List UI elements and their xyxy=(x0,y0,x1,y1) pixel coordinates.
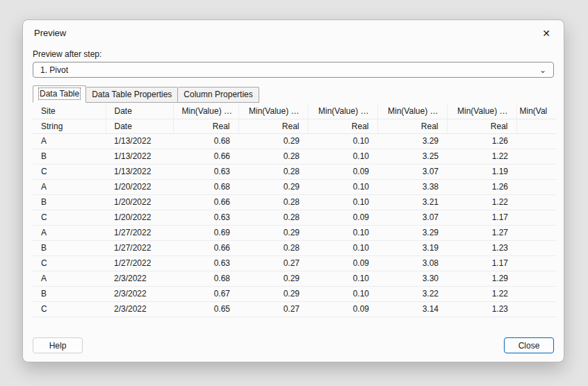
table-row[interactable]: C1/27/20220.630.270.093.081.17 xyxy=(33,255,557,271)
cell: 3.29 xyxy=(377,225,447,240)
table-row[interactable]: A1/27/20220.690.290.103.291.27 xyxy=(33,225,557,240)
cell: 0.65 xyxy=(173,301,238,317)
cell: 0.10 xyxy=(308,149,377,164)
cell: 0.28 xyxy=(238,164,308,179)
cell: 2/3/2022 xyxy=(106,271,173,286)
column-header: Min(Value) … xyxy=(447,104,516,119)
dialog-close-button[interactable]: ✕ xyxy=(536,25,557,42)
cell: C xyxy=(33,255,106,271)
table-row[interactable]: B1/13/20220.660.280.103.251.22 xyxy=(33,149,557,164)
cell: 0.28 xyxy=(238,194,308,210)
tab-data-table[interactable]: Data Table xyxy=(33,85,86,103)
tab-label: Data Table Properties xyxy=(92,90,172,99)
cell: 0.28 xyxy=(238,210,308,225)
cell: 3.30 xyxy=(377,271,447,286)
cell: 1/20/2022 xyxy=(106,194,173,210)
cell xyxy=(516,119,557,133)
cell: 3.29 xyxy=(377,133,447,149)
preview-dialog: Preview ✕ Preview after step: 1. Pivot ⌄… xyxy=(22,19,564,362)
cell: Real xyxy=(447,119,516,133)
cell: 0.10 xyxy=(308,179,377,194)
table-row[interactable]: B1/27/20220.660.280.103.191.23 xyxy=(33,240,557,255)
column-header: Min(Val xyxy=(516,104,557,119)
data-table-preview: SiteDateMin(Value) …Min(Value) …Min(Valu… xyxy=(33,104,557,317)
table-row[interactable]: A1/13/20220.680.290.103.291.26 xyxy=(33,133,557,149)
cell: 0.63 xyxy=(173,255,238,271)
cell xyxy=(516,301,557,317)
cell: Real xyxy=(308,119,377,133)
close-icon: ✕ xyxy=(542,28,550,39)
cell: 1/27/2022 xyxy=(106,255,173,271)
table-row[interactable]: A2/3/20220.680.290.103.301.29 xyxy=(33,271,557,286)
cell: 1/13/2022 xyxy=(106,133,173,149)
cell: String xyxy=(33,119,106,133)
cell: 0.27 xyxy=(238,301,308,317)
desktop-background: Preview ✕ Preview after step: 1. Pivot ⌄… xyxy=(0,0,588,386)
cell: 0.29 xyxy=(238,271,308,286)
data-table: SiteDateMin(Value) …Min(Value) …Min(Valu… xyxy=(33,104,557,317)
column-header: Min(Value) … xyxy=(173,104,238,119)
cell: 2/3/2022 xyxy=(106,286,173,301)
dialog-footer: Help Close xyxy=(33,337,554,353)
dialog-titlebar: Preview ✕ xyxy=(23,20,564,45)
cell: 1.22 xyxy=(447,286,516,301)
cell: 0.68 xyxy=(173,133,238,149)
cell xyxy=(516,255,557,271)
cell: Real xyxy=(377,119,447,133)
cell: C xyxy=(33,301,106,317)
close-button[interactable]: Close xyxy=(504,337,554,353)
cell: 1/20/2022 xyxy=(106,179,173,194)
cell: 1.17 xyxy=(447,210,516,225)
cell: 0.29 xyxy=(238,286,308,301)
cell: 1/13/2022 xyxy=(106,149,173,164)
help-button[interactable]: Help xyxy=(33,337,83,353)
table-row[interactable]: C1/20/20220.630.280.093.071.17 xyxy=(33,210,557,225)
cell: Date xyxy=(106,119,173,133)
cell: C xyxy=(33,164,106,179)
cell: 3.22 xyxy=(377,286,447,301)
cell: 0.66 xyxy=(173,240,238,255)
cell: 3.21 xyxy=(377,194,447,210)
cell: 0.09 xyxy=(308,301,377,317)
cell: Real xyxy=(173,119,238,133)
cell xyxy=(516,240,557,255)
cell: 0.66 xyxy=(173,194,238,210)
cell: 0.69 xyxy=(173,225,238,240)
cell: 0.29 xyxy=(238,179,308,194)
cell: 1.22 xyxy=(447,149,516,164)
cell: 0.66 xyxy=(173,149,238,164)
chevron-down-icon: ⌄ xyxy=(539,67,546,74)
cell xyxy=(516,225,557,240)
cell: 1.23 xyxy=(447,301,516,317)
cell: C xyxy=(33,210,106,225)
step-dropdown[interactable]: 1. Pivot ⌄ xyxy=(33,62,554,78)
tab-column-properties[interactable]: Column Properties xyxy=(178,87,259,103)
cell: A xyxy=(33,225,106,240)
table-row[interactable]: B2/3/20220.670.290.103.221.22 xyxy=(33,286,557,301)
table-row[interactable]: C2/3/20220.650.270.093.141.23 xyxy=(33,301,557,317)
cell: 0.10 xyxy=(308,133,377,149)
column-header: Date xyxy=(106,104,173,119)
cell: 1/27/2022 xyxy=(106,240,173,255)
cell: 1.17 xyxy=(447,255,516,271)
table-row[interactable]: A1/20/20220.680.290.103.381.26 xyxy=(33,179,557,194)
step-dropdown-value: 1. Pivot xyxy=(40,65,68,75)
tab-label: Column Properties xyxy=(183,90,252,99)
cell: 0.09 xyxy=(308,210,377,225)
table-row[interactable]: C1/13/20220.630.280.093.071.19 xyxy=(33,164,557,179)
cell: 0.68 xyxy=(173,271,238,286)
cell: 0.67 xyxy=(173,286,238,301)
cell: 3.08 xyxy=(377,255,447,271)
table-row[interactable]: B1/20/20220.660.280.103.211.22 xyxy=(33,194,557,210)
cell: 0.10 xyxy=(308,286,377,301)
cell: 3.07 xyxy=(377,210,447,225)
cell: 3.19 xyxy=(377,240,447,255)
cell xyxy=(516,133,557,149)
cell: A xyxy=(33,271,106,286)
cell: Real xyxy=(238,119,308,133)
cell: 1.27 xyxy=(447,225,516,240)
cell: 0.29 xyxy=(238,133,308,149)
cell xyxy=(516,194,557,210)
cell: 1/20/2022 xyxy=(106,210,173,225)
tab-data-table-properties[interactable]: Data Table Properties xyxy=(86,87,178,103)
